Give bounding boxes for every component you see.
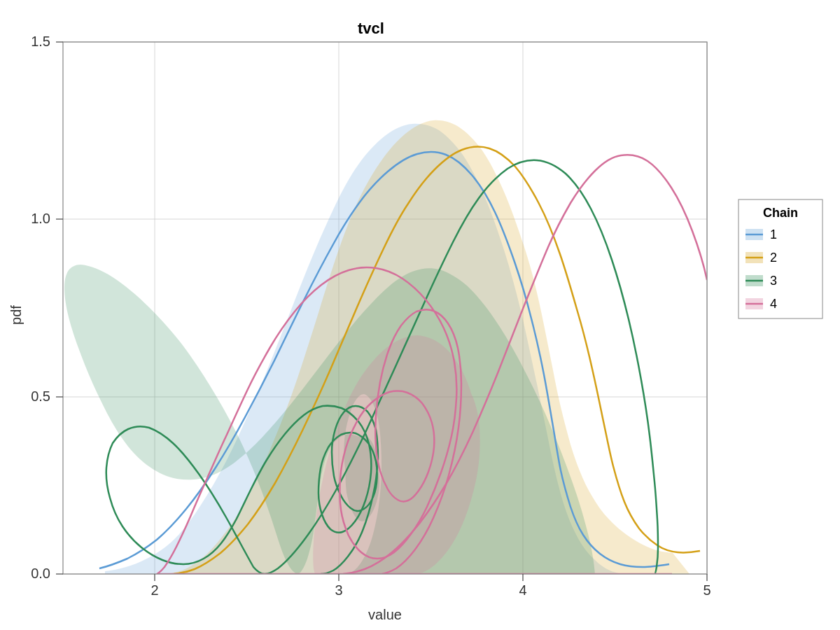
x-axis-label: value [368, 607, 402, 622]
ylabel-05: 0.5 [31, 388, 50, 404]
y-axis-label: pdf [8, 305, 24, 325]
ylabel-10: 1.0 [31, 211, 50, 226]
legend-label-4: 4 [770, 297, 777, 311]
legend-fill-4 [746, 298, 763, 309]
chart-container: tvcl [0, 0, 840, 630]
legend-label-1: 1 [770, 227, 777, 241]
ylabel-0: 0.0 [31, 566, 50, 581]
legend-fill-2 [746, 252, 763, 263]
chart-title: tvcl [358, 20, 384, 37]
xlabel-2: 2 [150, 582, 158, 598]
main-chart: tvcl [0, 0, 840, 630]
xlabel-4: 4 [519, 582, 526, 598]
xlabel-5: 5 [703, 582, 710, 598]
xlabel-3: 3 [335, 582, 342, 598]
legend-label-3: 3 [770, 274, 777, 288]
legend-fill-3 [746, 275, 763, 286]
legend-fill-1 [746, 229, 763, 240]
legend-title: Chain [763, 206, 798, 220]
legend-label-2: 2 [770, 251, 777, 265]
ylabel-15: 1.5 [31, 34, 50, 49]
